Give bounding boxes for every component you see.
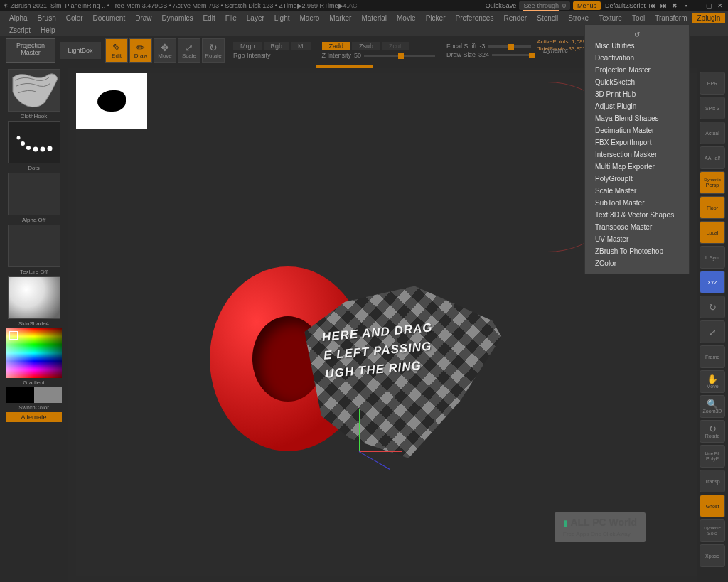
- alternate-button[interactable]: Alternate: [6, 412, 62, 422]
- focal-shift-slider[interactable]: Focal Shift -3: [446, 43, 535, 50]
- plugin-scale-master[interactable]: Scale Master: [585, 185, 689, 197]
- menu-document[interactable]: Document: [88, 13, 131, 23]
- edit-mode-button[interactable]: ✎Edit: [105, 38, 128, 63]
- bpr-button[interactable]: BPR: [700, 72, 725, 95]
- plugin-multi-map-exporter[interactable]: Multi Map Exporter: [585, 161, 689, 173]
- xyz-button[interactable]: XYZ: [700, 271, 725, 293]
- move-mode-button[interactable]: ✥Move: [154, 38, 176, 63]
- menu-texture[interactable]: Texture: [594, 13, 627, 23]
- menu-zscript[interactable]: Zscript: [4, 26, 36, 35]
- z-intensity-slider[interactable]: Z Intensity 50: [322, 52, 436, 59]
- actual-button[interactable]: Actual: [700, 122, 725, 144]
- win-btn-3[interactable]: ✖: [670, 2, 680, 9]
- menu-preferences[interactable]: Preferences: [450, 13, 498, 23]
- plugin-polygroupit[interactable]: PolyGroupIt: [585, 173, 689, 185]
- maximize-button[interactable]: ▢: [704, 2, 714, 9]
- material-thumbnail[interactable]: [8, 276, 60, 319]
- mrgb-button[interactable]: Mrgb: [233, 42, 262, 50]
- plugin-subtool-master[interactable]: SubTool Master: [585, 197, 689, 209]
- menu-light[interactable]: Light: [269, 13, 295, 23]
- floor-button[interactable]: Floor: [700, 196, 725, 219]
- color-picker[interactable]: [6, 328, 62, 378]
- plugin-quicksketch[interactable]: QuickSketch: [585, 76, 689, 88]
- plugin-zbrush-to-photoshop[interactable]: ZBrush To Photoshop: [585, 245, 689, 257]
- plugin-3d-print-hub[interactable]: 3D Print Hub: [585, 88, 689, 100]
- default-zscript[interactable]: DefaultZScript: [605, 2, 646, 9]
- draw-mode-button[interactable]: ✏Draw: [129, 38, 152, 63]
- win-btn-2[interactable]: ⏭: [658, 2, 668, 9]
- menu-movie[interactable]: Movie: [392, 13, 421, 23]
- aahalf-button[interactable]: AAHalf: [700, 146, 725, 169]
- seethrough-slider[interactable]: See-through 0: [519, 1, 570, 10]
- menu-marker[interactable]: Marker: [324, 13, 356, 23]
- menu-dynamics[interactable]: Dynamics: [157, 13, 198, 23]
- menu-alpha[interactable]: Alpha: [4, 13, 33, 23]
- quicksave-button[interactable]: QuickSave: [486, 2, 517, 9]
- scale-mode-button[interactable]: ⤢Scale: [178, 38, 200, 63]
- history-icon[interactable]: ↺: [585, 29, 689, 40]
- lightbox-button[interactable]: LightBox: [60, 42, 101, 59]
- menu-file[interactable]: File: [220, 13, 242, 23]
- brush-thumbnail[interactable]: [8, 69, 60, 112]
- spix-3-button[interactable]: SPix 3: [700, 97, 725, 119]
- menu-zplugin[interactable]: Zplugin: [692, 13, 726, 23]
- plugin-fbx-exportimport[interactable]: FBX ExportImport: [585, 136, 689, 149]
- plugin-misc-utilities[interactable]: Misc Utilities: [585, 40, 689, 52]
- polyf-button[interactable]: Line FillPolyF: [700, 445, 725, 468]
- plugin-text-3d-vector-shapes[interactable]: Text 3D & Vector Shapes: [585, 209, 689, 221]
- plugin-decimation-master[interactable]: Decimation Master: [585, 124, 689, 136]
- draw-size-slider[interactable]: Draw Size 324: [446, 51, 535, 58]
- plugin-deactivation[interactable]: Deactivation: [585, 52, 689, 64]
- zsub-button[interactable]: Zsub: [352, 42, 380, 50]
- solo-button[interactable]: DynamicSolo: [700, 519, 725, 542]
- plugin-adjust-plugin[interactable]: Adjust Plugin: [585, 100, 689, 112]
- frame-button[interactable]: Frame: [700, 345, 725, 368]
- local-button[interactable]: Local: [700, 221, 725, 244]
- menu-layer[interactable]: Layer: [242, 13, 269, 23]
- minimize-button[interactable]: —: [692, 2, 702, 9]
- plugin-zcolor[interactable]: ZColor: [585, 257, 689, 269]
- menu-transform[interactable]: Transform: [650, 13, 692, 23]
- close-button[interactable]: ✕: [715, 2, 725, 9]
- plugin-projection-master[interactable]: Projection Master: [585, 64, 689, 76]
- alpha-thumbnail[interactable]: [8, 173, 60, 215]
- menu-stroke[interactable]: Stroke: [563, 13, 594, 23]
- m-button[interactable]: M: [291, 42, 311, 50]
- menu-color[interactable]: Color: [61, 13, 88, 23]
- rotate-button[interactable]: ↻Rotate: [700, 420, 725, 443]
- persp-button[interactable]: DynamicPersp: [700, 171, 725, 194]
- stroke-thumbnail[interactable]: [8, 121, 60, 163]
- l-sym-button[interactable]: L.Sym: [700, 246, 725, 269]
- zadd-button[interactable]: Zadd: [322, 42, 351, 50]
- menu-tool[interactable]: Tool: [627, 13, 650, 23]
- plugin-maya-blend-shapes[interactable]: Maya Blend Shapes: [585, 112, 689, 124]
- transp-button[interactable]: Transp: [700, 470, 725, 492]
- menu-picker[interactable]: Picker: [421, 13, 451, 23]
- rgb-button[interactable]: Rgb: [264, 42, 290, 50]
- menu-help[interactable]: Help: [36, 26, 60, 35]
- --button[interactable]: ⤢: [700, 320, 725, 343]
- win-btn-4[interactable]: ▪: [681, 2, 691, 9]
- menu-draw[interactable]: Draw: [130, 13, 156, 23]
- move-button[interactable]: ✋Move: [700, 370, 725, 393]
- rotate-mode-button[interactable]: ↻Rotate: [202, 38, 225, 63]
- zoom3d-button[interactable]: 🔍Zoom3D: [700, 395, 725, 418]
- plugin-intersection-masker[interactable]: Intersection Masker: [585, 149, 689, 161]
- menu-render[interactable]: Render: [498, 13, 532, 23]
- menu-material[interactable]: Material: [356, 13, 392, 23]
- menu-stencil[interactable]: Stencil: [532, 13, 563, 23]
- plugin-uv-master[interactable]: UV Master: [585, 233, 689, 245]
- menu-edit[interactable]: Edit: [198, 13, 220, 23]
- texture-thumbnail[interactable]: [8, 225, 60, 267]
- zcut-button[interactable]: Zcut: [382, 42, 409, 50]
- xpose-button[interactable]: Xpose: [700, 544, 725, 567]
- menus-toggle[interactable]: Menus: [573, 1, 601, 10]
- menu-macro[interactable]: Macro: [295, 13, 325, 23]
- plugin-transpose-master[interactable]: Transpose Master: [585, 221, 689, 233]
- ghost-button[interactable]: Ghost: [700, 495, 725, 517]
- --button[interactable]: ↻: [700, 296, 725, 318]
- menu-brush[interactable]: Brush: [33, 13, 61, 23]
- projection-master-button[interactable]: Projection Master: [6, 38, 55, 63]
- win-btn-1[interactable]: ⏮: [647, 2, 657, 9]
- switch-color[interactable]: [6, 387, 62, 403]
